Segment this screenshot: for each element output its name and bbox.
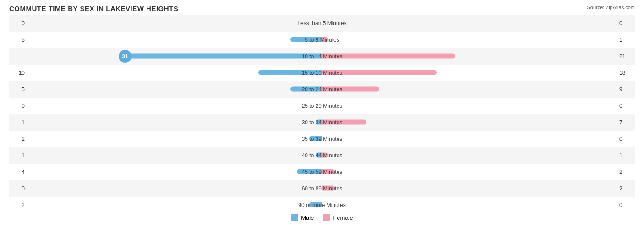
bar-female xyxy=(322,70,437,75)
male-value: 0 xyxy=(9,185,27,192)
legend: Male Female xyxy=(9,214,635,221)
legend-female-label: Female xyxy=(333,214,353,221)
male-value: 2 xyxy=(9,202,27,208)
male-value: 1 xyxy=(9,152,27,159)
bar-male xyxy=(258,70,322,75)
table-row: 5 5 to 9 Minutes 1 xyxy=(9,32,635,48)
bars-area: 45 to 59 Minutes xyxy=(27,164,617,180)
bar-male xyxy=(290,87,322,92)
bars-area: 20 to 24 Minutes xyxy=(27,81,617,98)
bars-area: 5 to 9 Minutes xyxy=(27,32,617,48)
table-row: 2 35 to 39 Minutes 0 xyxy=(9,131,635,147)
legend-male: Male xyxy=(291,214,314,221)
male-value: 0 xyxy=(9,103,27,109)
legend-male-box xyxy=(291,214,298,221)
chart-area: 0 Less than 5 Minutes 0 5 5 to 9 Minutes… xyxy=(9,15,635,205)
bars-area: 25 to 29 Minutes xyxy=(27,98,617,114)
female-value: 0 xyxy=(617,103,635,109)
bars-area: Less than 5 Minutes xyxy=(27,15,617,32)
bars-area: 15 to 19 Minutes xyxy=(27,65,617,81)
female-value: 7 xyxy=(617,119,635,126)
circle-badge: 31 xyxy=(119,50,131,63)
bar-male xyxy=(309,136,322,141)
chart-title: COMMUTE TIME BY SEX IN LAKEVIEW HEIGHTS xyxy=(9,5,635,12)
male-value: 4 xyxy=(9,169,27,175)
female-value: 1 xyxy=(617,152,635,159)
bars-area: 40 to 44 Minutes xyxy=(27,147,617,164)
table-row: 0 25 to 29 Minutes 0 xyxy=(9,98,635,114)
legend-male-label: Male xyxy=(301,214,314,221)
bar-male xyxy=(125,54,322,59)
chart-container: COMMUTE TIME BY SEX IN LAKEVIEW HEIGHTS … xyxy=(0,0,644,240)
table-row: 31 10 to 14 Minutes 21 xyxy=(9,48,635,65)
table-row: 0 Less than 5 Minutes 0 xyxy=(9,15,635,32)
table-row: 2 90 or more Minutes 0 xyxy=(9,197,635,213)
table-row: 1 40 to 44 Minutes 1 xyxy=(9,147,635,164)
male-value: 5 xyxy=(9,37,27,43)
table-row: 10 15 to 19 Minutes 18 xyxy=(9,65,635,81)
bar-female xyxy=(322,153,328,158)
bar-female xyxy=(322,120,366,125)
male-value: 1 xyxy=(9,119,27,126)
table-row: 5 20 to 24 Minutes 9 xyxy=(9,81,635,98)
female-value: 0 xyxy=(617,20,635,27)
female-value: 2 xyxy=(617,185,635,192)
female-value: 21 xyxy=(617,53,635,60)
male-value: 2 xyxy=(9,136,27,142)
female-value: 0 xyxy=(617,136,635,142)
bar-female xyxy=(322,54,455,59)
bar-female xyxy=(322,37,328,42)
bars-area: 31 10 to 14 Minutes xyxy=(27,48,617,65)
bar-male xyxy=(316,153,322,158)
female-value: 0 xyxy=(617,202,635,208)
bars-area: 35 to 39 Minutes xyxy=(27,131,617,147)
bars-area: 30 to 34 Minutes xyxy=(27,114,617,131)
table-row: 1 30 to 34 Minutes 7 xyxy=(9,114,635,131)
source-label: Source: ZipAtlas.com xyxy=(587,5,635,10)
bar-male xyxy=(309,202,322,207)
table-row: 4 45 to 59 Minutes 2 xyxy=(9,164,635,180)
bar-male xyxy=(316,120,322,125)
legend-female-box xyxy=(323,214,330,221)
male-value: 5 xyxy=(9,86,27,93)
legend-female: Female xyxy=(323,214,353,221)
female-value: 1 xyxy=(617,37,635,43)
bar-female xyxy=(322,169,335,174)
male-value: 0 xyxy=(9,20,27,27)
female-value: 2 xyxy=(617,169,635,175)
bar-male xyxy=(297,169,322,174)
bar-female xyxy=(322,87,379,92)
female-value: 18 xyxy=(617,70,635,76)
bars-area: 90 or more Minutes xyxy=(27,197,617,213)
female-value: 9 xyxy=(617,86,635,93)
bars-area: 60 to 89 Minutes xyxy=(27,180,617,197)
bar-male xyxy=(290,37,322,42)
table-row: 0 60 to 89 Minutes 2 xyxy=(9,180,635,197)
bar-female xyxy=(322,186,335,191)
male-value: 10 xyxy=(9,70,27,76)
